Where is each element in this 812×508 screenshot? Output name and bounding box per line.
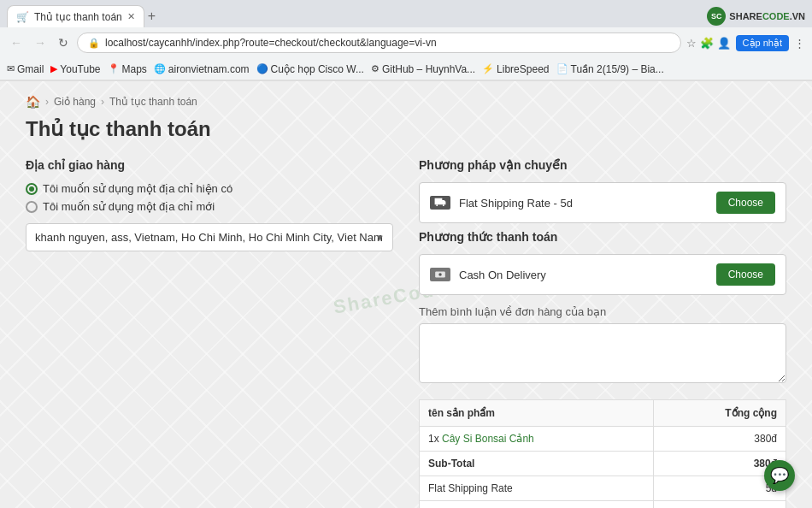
bookmark-github-label: GitHub – HuynhVa... (382, 63, 475, 75)
truck-svg (434, 197, 446, 209)
shipping-method-title: Phương pháp vận chuyển (419, 158, 786, 172)
comment-label: Thêm bình luận về đơn hàng của bạn (419, 305, 786, 318)
subtotal-label-cell: Sub-Total (420, 452, 654, 476)
truck-icon (430, 196, 450, 210)
new-tab-button[interactable]: + (148, 9, 156, 23)
favicon: 🛒 (16, 11, 29, 23)
address-select[interactable]: khanh nguyen, ass, Vietnam, Ho Chi Minh,… (26, 223, 393, 251)
table-header-row: tên sản phẩm Tổng cộng (420, 400, 786, 427)
total-row: Total 385đ (420, 501, 786, 509)
logo-text: SHARECODE.VN (729, 11, 805, 21)
shipping-method-row: Flat Shipping Rate - 5d Choose (420, 183, 786, 222)
breadcrumb-cart[interactable]: Giỏ hàng (54, 96, 96, 108)
bookmark-github[interactable]: ⚙ GitHub – HuynhVa... (371, 63, 475, 75)
tab-bar: 🛒 Thủ tục thanh toán ✕ + SC SHARECODE.VN (0, 0, 812, 27)
bookmark-maps-label: Maps (122, 63, 147, 75)
address-select-wrapper: khanh nguyen, ass, Vietnam, Ho Chi Minh,… (26, 223, 393, 251)
forward-button[interactable]: → (31, 34, 50, 51)
bookmark-cisco-label: Cuộc họp Cisco W... (271, 63, 364, 75)
sharecode-logo: SC SHARECODE.VN (707, 7, 805, 26)
table-row: 1x Cây Si Bonsai Cảnh 380đ (420, 427, 786, 452)
bookmark-librespeed-label: LibreSpeed (497, 63, 549, 75)
bookmark-maps[interactable]: 📍 Maps (108, 63, 147, 75)
bookmark-youtube-label: YouTube (60, 63, 100, 75)
lock-icon: 🔒 (88, 38, 100, 49)
bookmark-youtube[interactable]: ▶ YouTube (50, 63, 100, 75)
bar-actions: ☆ 🧩 👤 (686, 37, 731, 50)
bookmark-gmail[interactable]: ✉ Gmail (7, 63, 44, 75)
reload-button[interactable]: ↻ (55, 34, 72, 51)
gmail-icon: ✉ (7, 63, 15, 74)
radio-existing-address[interactable]: Tôi muốn sử dụng một địa chỉ hiện có (26, 182, 393, 195)
shipping-label-cell: Flat Shipping Rate (420, 476, 654, 501)
bookmark-tuan-label: Tuần 2(15/9) – Bia... (571, 63, 664, 75)
radio-existing-dot (26, 183, 38, 195)
breadcrumb-sep2: › (101, 96, 104, 108)
bookmark-librespeed[interactable]: ⚡ LibreSpeed (482, 63, 549, 75)
shipping-address-title: Địa chỉ giao hàng (26, 158, 393, 172)
tuan-icon: 📄 (556, 63, 568, 74)
breadcrumb-sep1: › (45, 96, 49, 108)
chat-fab-button[interactable]: 💬 (764, 460, 795, 491)
shipping-method-box: Flat Shipping Rate - 5d Choose (419, 182, 786, 223)
bookmark-star-icon[interactable]: ☆ (686, 37, 697, 50)
bookmark-cisco[interactable]: 🔵 Cuộc họp Cisco W... (256, 63, 364, 75)
cisco-icon: 🔵 (256, 63, 268, 74)
home-icon[interactable]: 🏠 (26, 95, 40, 109)
bookmark-aironvietnam-label: aironvietnam.com (168, 63, 250, 75)
payment-choose-button[interactable]: Choose (716, 263, 775, 286)
product-qty: 1x (428, 433, 439, 445)
back-button[interactable]: ← (7, 34, 26, 51)
page-content: ShareCode.vn 🏠 › Giỏ hàng › Thủ tục than… (0, 81, 812, 508)
radio-new-label: Tôi muốn sử dụng một địa chỉ mới (43, 200, 215, 213)
github-icon: ⚙ (371, 63, 380, 74)
logo-icon: SC (707, 7, 726, 26)
col-total-header: Tổng cộng (654, 400, 786, 427)
cash-icon (430, 268, 450, 281)
shipping-rate-label: Flat Shipping Rate - 5d (459, 197, 708, 210)
radio-existing-label: Tôi muốn sử dụng một địa chỉ hiện có (43, 182, 232, 195)
bookmark-gmail-label: Gmail (17, 63, 44, 75)
browser-chrome: 🛒 Thủ tục thanh toán ✕ + SC SHARECODE.VN… (0, 0, 812, 81)
address-value: khanh nguyen, ass, Vietnam, Ho Chi Minh,… (35, 231, 383, 244)
svg-point-1 (438, 273, 442, 276)
address-bar: ← → ↻ 🔒 localhost/caycanhh/index.php?rou… (0, 27, 812, 58)
subtotal-row: Sub-Total 380đ (420, 452, 786, 476)
breadcrumb-checkout: Thủ tục thanh toán (109, 96, 197, 108)
bookmark-tuan[interactable]: 📄 Tuần 2(15/9) – Bia... (556, 63, 664, 75)
product-price-cell: 380đ (654, 427, 786, 452)
address-radio-group: Tôi muốn sử dụng một địa chỉ hiện có Tôi… (26, 182, 393, 213)
total-label-cell: Total (420, 501, 654, 509)
bookmark-aironvietnam[interactable]: 🌐 aironvietnam.com (154, 63, 250, 75)
radio-new-address[interactable]: Tôi muốn sử dụng một địa chỉ mới (26, 200, 393, 213)
product-cell: 1x Cây Si Bonsai Cảnh (420, 427, 654, 452)
tab-title: Thủ tục thanh toán (34, 11, 122, 23)
two-column-layout: Địa chỉ giao hàng Tôi muốn sử dụng một đ… (26, 158, 786, 508)
page-title: Thủ tục thanh toán (26, 117, 786, 141)
profile-icon[interactable]: 👤 (717, 37, 731, 50)
menu-dots-icon[interactable]: ⋮ (794, 37, 805, 50)
aironvietnam-icon: 🌐 (154, 63, 166, 74)
payment-method-row: Cash On Delivery Choose (420, 255, 786, 294)
update-button[interactable]: Cập nhật (736, 35, 789, 51)
shipping-row: Flat Shipping Rate 5đ (420, 476, 786, 501)
right-column: Phương pháp vận chuyển Flat Shipping Rat… (419, 158, 786, 508)
comment-textarea[interactable] (419, 323, 786, 383)
total-value-cell: 385đ (654, 501, 786, 509)
shipping-choose-button[interactable]: Choose (716, 192, 775, 214)
maps-icon: 📍 (108, 63, 120, 74)
page-inner: 🏠 › Giỏ hàng › Thủ tục thanh toán Thủ tụ… (0, 81, 812, 508)
active-tab[interactable]: 🛒 Thủ tục thanh toán ✕ (7, 5, 144, 27)
librespeed-icon: ⚡ (482, 63, 494, 74)
payment-method-title: Phương thức thanh toán (419, 230, 786, 244)
extension-icon[interactable]: 🧩 (700, 37, 714, 50)
cash-svg (434, 269, 446, 281)
url-bar[interactable]: 🔒 localhost/caycanhh/index.php?route=che… (77, 32, 681, 53)
col-product-header: tên sản phẩm (420, 400, 654, 427)
tab-close-button[interactable]: ✕ (127, 11, 135, 22)
payment-method-label: Cash On Delivery (459, 269, 708, 281)
radio-new-dot (26, 201, 38, 213)
product-link[interactable]: Cây Si Bonsai Cảnh (442, 433, 534, 445)
url-text: localhost/caycanhh/index.php?route=check… (105, 37, 670, 49)
payment-method-box: Cash On Delivery Choose (419, 254, 786, 295)
